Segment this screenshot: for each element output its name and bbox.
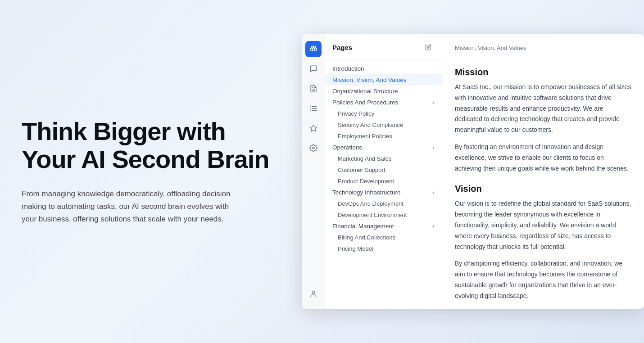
icon-sidebar xyxy=(302,34,325,309)
chevron-down-icon-2: ▾ xyxy=(432,145,435,150)
nav-list: Introduction Mission, Vision, And Values… xyxy=(325,59,442,258)
nav-item-security[interactable]: Security And Compliance xyxy=(325,119,442,131)
chevron-down-icon-3: ▾ xyxy=(432,190,435,195)
nav-item-introduction[interactable]: Introduction xyxy=(325,63,442,74)
nav-item-customer-support[interactable]: Customer Support xyxy=(325,164,442,176)
nav-item-employment[interactable]: Employment Policies xyxy=(325,131,442,142)
nav-group-operations[interactable]: Operations ▾ xyxy=(325,142,442,153)
svg-point-11 xyxy=(312,147,314,149)
hero-title: Think Bigger with Your AI Second Brain xyxy=(22,117,275,173)
pages-sidebar: Pages Introduction Mission, Vision, And … xyxy=(325,34,442,309)
nav-item-mission[interactable]: Mission, Vision, And Values xyxy=(325,74,442,86)
pages-title: Pages xyxy=(332,44,352,51)
nav-item-product-dev[interactable]: Product Development xyxy=(325,176,442,187)
nav-group-financial[interactable]: Financial Management ▾ xyxy=(325,221,442,232)
document-icon-btn[interactable] xyxy=(305,81,322,97)
hero-section: Think Bigger with Your AI Second Brain F… xyxy=(0,0,302,343)
nav-item-devops[interactable]: DevOps And Deployment xyxy=(325,198,442,209)
content-mission-p1: At SaaS Inc., our mission is to empower … xyxy=(455,82,631,135)
nav-item-dev-env[interactable]: Development Environment xyxy=(325,209,442,221)
nav-item-privacy-policy[interactable]: Privacy Policy xyxy=(325,108,442,119)
nav-item-billing[interactable]: Billing And Collections xyxy=(325,232,442,243)
content-vision-p2: By championing efficiency, collaboration… xyxy=(455,258,631,301)
svg-marker-10 xyxy=(310,125,317,131)
content-mission-heading: Mission xyxy=(455,67,631,77)
chevron-down-icon: ▾ xyxy=(432,100,435,105)
nav-group-policies[interactable]: Policies And Procedures ▾ xyxy=(325,97,442,108)
content-area: Mission, Vision, And Values Mission At S… xyxy=(442,34,644,309)
settings-icon-btn[interactable] xyxy=(305,140,322,156)
content-breadcrumb: Mission, Vision, And Values xyxy=(455,45,631,57)
sparkle-icon-btn[interactable] xyxy=(305,120,322,136)
brain-icon-btn[interactable] xyxy=(305,41,322,57)
nav-item-org-structure[interactable]: Organizational Structure xyxy=(325,86,442,97)
user-icon-btn[interactable] xyxy=(305,286,322,302)
content-mission-p2: By fostering an environment of innovatio… xyxy=(455,142,631,174)
pages-header: Pages xyxy=(325,34,442,59)
content-vision-p1: Our vision is to redefine the global sta… xyxy=(455,199,631,252)
nav-item-pricing[interactable]: Pricing Model xyxy=(325,243,442,254)
chevron-down-icon-4: ▾ xyxy=(432,224,435,229)
content-vision-heading: Vision xyxy=(455,184,631,194)
nav-group-tech[interactable]: Technology Infrastructure ▾ xyxy=(325,187,442,198)
app-panel: Pages Introduction Mission, Vision, And … xyxy=(302,34,644,309)
list-icon-btn[interactable] xyxy=(305,100,322,117)
pages-edit-button[interactable] xyxy=(422,41,435,54)
svg-point-12 xyxy=(312,291,315,293)
nav-item-marketing[interactable]: Marketing And Sales xyxy=(325,153,442,164)
hero-subtitle: From managing knowledge democraticaly, o… xyxy=(22,188,242,226)
chat-icon-btn[interactable] xyxy=(305,61,322,77)
